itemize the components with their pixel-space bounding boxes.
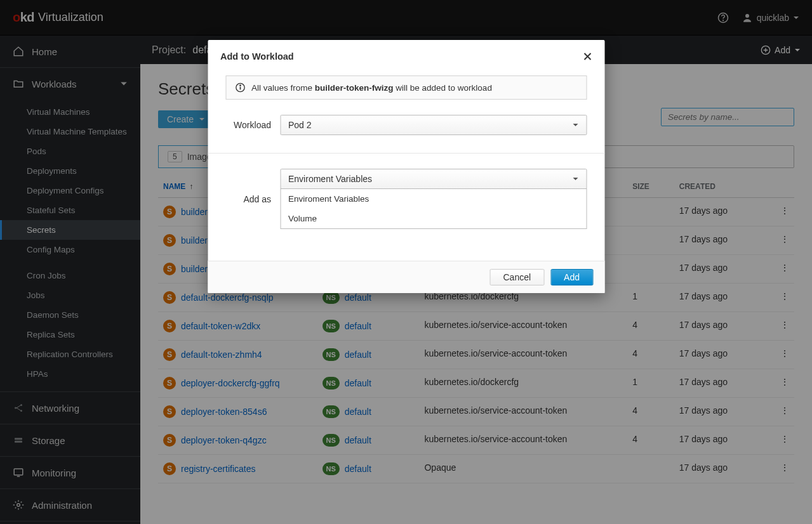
add-as-label: Add as <box>225 194 271 204</box>
add-as-select[interactable]: Enviroment Variables <box>280 169 587 189</box>
chevron-down-icon <box>572 176 578 182</box>
modal-title: Add to Workload <box>220 51 294 62</box>
workload-label: Workload <box>225 120 271 130</box>
dropdown-option[interactable]: Enviroment Variables <box>281 189 586 209</box>
info-icon <box>235 82 245 93</box>
close-icon <box>583 52 592 61</box>
workload-select[interactable]: Pod 2 <box>280 115 587 135</box>
svg-point-12 <box>239 85 240 86</box>
add-confirm-button[interactable]: Add <box>550 269 593 285</box>
close-button[interactable] <box>583 50 592 63</box>
dropdown-option[interactable]: Volume <box>281 209 586 228</box>
info-banner: All values frome builder-token-fwizg wil… <box>225 75 587 100</box>
cancel-button[interactable]: Cancel <box>489 269 544 285</box>
add-as-dropdown: Enviroment VariablesVolume <box>280 188 587 229</box>
chevron-down-icon <box>572 122 578 128</box>
modal-overlay: Add to Workload All values frome builder… <box>0 0 812 524</box>
add-to-workload-modal: Add to Workload All values frome builder… <box>208 40 604 293</box>
